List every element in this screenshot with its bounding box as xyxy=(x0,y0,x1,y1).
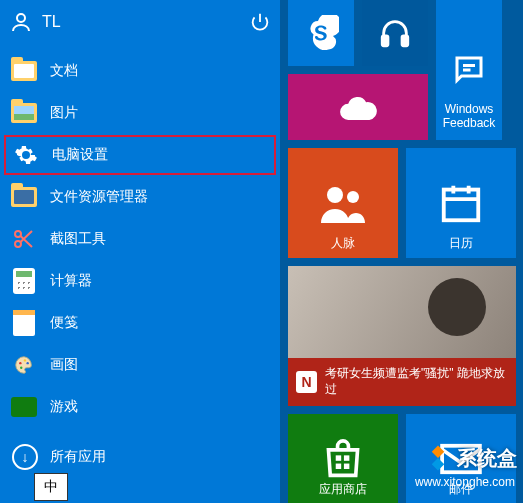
news-caption: N 考研女生频遭监考"骚扰" 跪地求放过 xyxy=(288,358,516,406)
tile-windows-feedback[interactable]: Windows Feedback xyxy=(436,0,502,140)
svg-point-4 xyxy=(20,367,22,369)
menu-item-file-explorer[interactable]: 文件资源管理器 xyxy=(0,176,280,218)
svg-point-1 xyxy=(15,231,21,237)
tile-label: Windows Feedback xyxy=(436,102,502,130)
svg-point-9 xyxy=(327,187,343,203)
tile-store[interactable]: 应用商店 xyxy=(288,414,398,503)
start-menu-items: 文档 图片 电脑设置 文件资源管理器 截图工具 xyxy=(0,44,280,428)
calculator-icon xyxy=(10,267,38,295)
tile-skype[interactable] xyxy=(288,0,354,66)
svg-point-0 xyxy=(17,14,25,22)
svg-rect-15 xyxy=(344,464,349,469)
pictures-icon xyxy=(10,99,38,127)
gear-icon xyxy=(12,141,40,169)
store-icon xyxy=(321,439,365,479)
menu-item-label: 便笺 xyxy=(50,314,78,332)
tile-calendar[interactable]: 日历 xyxy=(406,148,516,258)
tile-news[interactable]: N 考研女生频遭监考"骚扰" 跪地求放过 xyxy=(288,266,516,406)
tile-label: 人脉 xyxy=(288,235,398,252)
scissors-icon xyxy=(10,225,38,253)
menu-item-label: 文件资源管理器 xyxy=(50,188,148,206)
start-menu: TL 文档 图片 电脑设置 xyxy=(0,0,523,503)
svg-point-6 xyxy=(26,362,28,364)
start-header: TL xyxy=(0,0,280,44)
tile-music[interactable] xyxy=(362,0,428,66)
watermark: 系统盒 xyxy=(423,443,517,473)
menu-item-label: 截图工具 xyxy=(50,230,106,248)
menu-item-label: 计算器 xyxy=(50,272,92,290)
people-icon xyxy=(318,183,368,223)
user-icon xyxy=(8,9,34,35)
menu-item-paint[interactable]: 画图 xyxy=(0,344,280,386)
arrow-down-icon: ↓ xyxy=(12,444,38,470)
tile-label: 应用商店 xyxy=(288,481,398,498)
menu-item-label: 游戏 xyxy=(50,398,78,416)
menu-item-documents[interactable]: 文档 xyxy=(0,50,280,92)
start-left-panel: TL 文档 图片 电脑设置 xyxy=(0,0,280,503)
tile-row-3: N 考研女生频遭监考"骚扰" 跪地求放过 xyxy=(288,266,523,406)
svg-point-5 xyxy=(24,359,26,361)
menu-item-label: 图片 xyxy=(50,104,78,122)
cloud-icon xyxy=(338,94,378,120)
calendar-icon xyxy=(438,180,484,226)
user-account[interactable]: TL xyxy=(4,9,61,35)
ime-label: 中 xyxy=(44,478,58,496)
watermark-logo-icon xyxy=(423,443,453,473)
svg-rect-13 xyxy=(344,455,349,460)
power-button[interactable] xyxy=(244,6,276,38)
svg-rect-11 xyxy=(444,190,479,221)
menu-item-calculator[interactable]: 计算器 xyxy=(0,260,280,302)
documents-icon xyxy=(10,57,38,85)
menu-item-games[interactable]: 游戏 xyxy=(0,386,280,428)
headphones-icon xyxy=(378,16,412,50)
svg-rect-7 xyxy=(382,36,388,46)
news-image xyxy=(288,266,516,358)
svg-point-10 xyxy=(347,191,359,203)
ime-indicator[interactable]: 中 xyxy=(34,473,68,501)
watermark-url: www.xitonghe.com xyxy=(415,475,515,489)
sticky-notes-icon xyxy=(10,309,38,337)
tile-people[interactable]: 人脉 xyxy=(288,148,398,258)
menu-item-pictures[interactable]: 图片 xyxy=(0,92,280,134)
user-name: TL xyxy=(42,13,61,31)
feedback-icon xyxy=(451,52,487,88)
start-tiles: Windows Feedback 人脉 日历 N 考研女生频 xyxy=(280,0,523,503)
svg-rect-14 xyxy=(336,464,341,469)
tile-onedrive[interactable] xyxy=(288,74,428,140)
svg-point-2 xyxy=(15,241,21,247)
svg-rect-12 xyxy=(336,455,341,460)
news-headline: 考研女生频遭监考"骚扰" 跪地求放过 xyxy=(325,366,508,397)
svg-point-3 xyxy=(19,362,21,364)
watermark-brand: 系统盒 xyxy=(457,445,517,472)
menu-item-snipping-tool[interactable]: 截图工具 xyxy=(0,218,280,260)
menu-item-label: 电脑设置 xyxy=(52,146,108,164)
menu-item-label: 画图 xyxy=(50,356,78,374)
tile-label: 日历 xyxy=(406,235,516,252)
file-explorer-icon xyxy=(10,183,38,211)
svg-rect-8 xyxy=(402,36,408,46)
menu-item-pc-settings[interactable]: 电脑设置 xyxy=(4,135,276,175)
games-icon xyxy=(10,393,38,421)
all-apps-label: 所有应用 xyxy=(50,448,106,466)
news-source-icon: N xyxy=(296,371,317,393)
menu-item-label: 文档 xyxy=(50,62,78,80)
tile-row-2: 人脉 日历 xyxy=(288,148,523,258)
menu-item-sticky-notes[interactable]: 便笺 xyxy=(0,302,280,344)
palette-icon xyxy=(10,351,38,379)
skype-icon xyxy=(303,15,339,51)
